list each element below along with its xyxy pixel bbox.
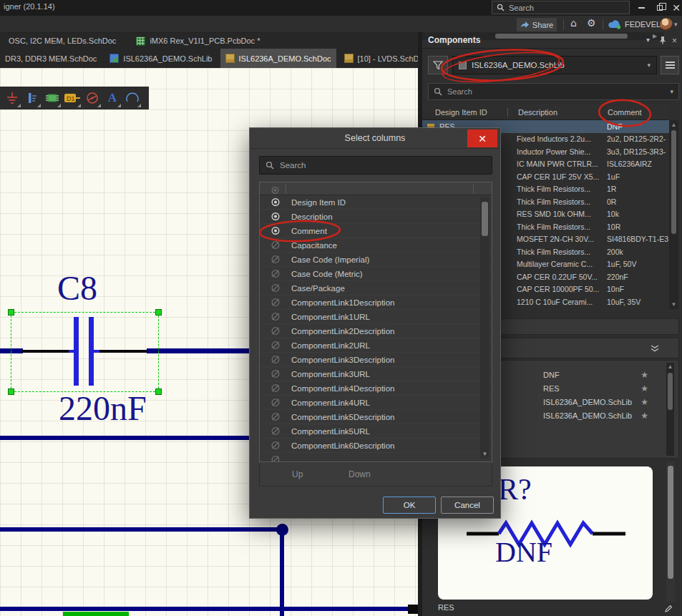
column-header-description[interactable]: Description: [508, 108, 603, 117]
global-search-box[interactable]: [492, 1, 630, 14]
eye-hidden-icon[interactable]: [260, 369, 291, 378]
wire[interactable]: [0, 527, 282, 532]
filter-button[interactable]: [428, 56, 448, 74]
scroll-up-icon[interactable]: ▲: [666, 363, 674, 370]
chevron-down-icon[interactable]: ▾: [670, 88, 673, 95]
column-item-componentlink1description[interactable]: ComponentLink1Description: [260, 295, 492, 310]
scrollbar-thumb[interactable]: [495, 34, 628, 39]
selection-handle[interactable]: [8, 388, 14, 395]
tab-dr3-ddr3-mem-schdoc[interactable]: DR3, DDR3 MEM.SchDoc: [0, 49, 102, 68]
scroll-down-icon[interactable]: ▼: [480, 451, 489, 457]
eye-hidden-icon[interactable]: [260, 341, 291, 350]
column-item-componentlink5url[interactable]: ComponentLink5URL: [260, 424, 492, 439]
panel-scrollbar[interactable]: [666, 461, 675, 602]
selection-handle[interactable]: [155, 309, 162, 316]
library-dropdown[interactable]: ISL6236A_DEMO.SchLib ▾: [452, 56, 657, 74]
scrollbar-thumb[interactable]: [671, 130, 676, 234]
scrollbar-thumb[interactable]: [482, 202, 488, 236]
scroll-right-icon[interactable]: ▶: [653, 33, 657, 39]
models-scrollbar[interactable]: ▲: [666, 363, 674, 456]
column-item-componentlink3url[interactable]: ComponentLink3URL: [260, 367, 492, 381]
eye-hidden-icon[interactable]: [260, 426, 291, 436]
tab-osc-i2c-mem-leds-schdoc[interactable]: OSC, I2C MEM, LEDs.SchDoc: [4, 33, 121, 49]
component-list-scrollbar[interactable]: ▲ ▼: [669, 120, 678, 309]
panel-dropdown-icon[interactable]: ▾: [646, 36, 650, 44]
star-icon[interactable]: ★: [640, 382, 648, 396]
eye-visible-icon[interactable]: [260, 197, 291, 207]
eye-hidden-icon[interactable]: [260, 298, 291, 307]
minimize-button[interactable]: [633, 0, 650, 15]
move-down-button[interactable]: Down: [349, 469, 371, 479]
part-icon[interactable]: [42, 87, 62, 109]
column-item-case-package[interactable]: Case/Package: [260, 281, 492, 295]
eye-hidden-icon[interactable]: [260, 326, 291, 336]
eye-hidden-icon[interactable]: [260, 255, 291, 264]
move-up-button[interactable]: Up: [292, 469, 303, 479]
column-item-componentlink4url[interactable]: ComponentLink4URL: [260, 396, 492, 410]
cloud-sync-icon[interactable]: [608, 19, 622, 32]
column-header-comment[interactable]: Comment: [603, 108, 669, 117]
text-string-icon[interactable]: A: [102, 87, 122, 109]
eye-hidden-icon[interactable]: [260, 269, 291, 278]
star-icon[interactable]: ★: [640, 368, 648, 382]
eye-hidden-icon[interactable]: [260, 398, 291, 407]
components-search-box[interactable]: ▾: [428, 83, 679, 100]
components-search-input[interactable]: [447, 87, 665, 96]
restore-button[interactable]: [651, 0, 668, 15]
panel-menu-button[interactable]: [661, 56, 679, 74]
scroll-down-icon[interactable]: ▼: [669, 301, 678, 308]
tab-isl6236a-demo-schdoc[interactable]: ISL6236A_DEMO.SchDoc: [220, 49, 336, 68]
eye-hidden-icon[interactable]: [260, 412, 291, 421]
dialog-list-scrollbar[interactable]: ▼: [480, 197, 489, 459]
column-header-design-item-id[interactable]: Design Item ID: [422, 108, 508, 117]
scroll-up-icon[interactable]: ▲: [669, 122, 678, 128]
home-icon[interactable]: ⌂: [570, 17, 577, 29]
eye-hidden-icon[interactable]: [260, 283, 291, 293]
panel-close-icon[interactable]: ×: [672, 36, 677, 46]
caret-down-icon[interactable]: ▾: [674, 21, 678, 28]
close-window-button[interactable]: ✕: [668, 0, 682, 15]
ok-button[interactable]: OK: [383, 497, 436, 514]
column-item-comment[interactable]: Comment: [260, 224, 492, 238]
dialog-search-box[interactable]: [259, 156, 492, 175]
dialog-close-button[interactable]: ✕: [467, 129, 497, 147]
gnd-power-port-icon[interactable]: [2, 87, 22, 109]
eye-hidden-icon[interactable]: [260, 355, 291, 364]
scrollbar-thumb[interactable]: [668, 466, 673, 579]
column-item-componentlink4description[interactable]: ComponentLink4Description: [260, 381, 492, 396]
column-item-case-code-metric-[interactable]: Case Code (Metric): [260, 267, 492, 281]
star-icon[interactable]: ★: [640, 396, 648, 409]
component-value-label[interactable]: 220nF: [59, 388, 147, 428]
column-item-componentlink3description[interactable]: ComponentLink3Description: [260, 353, 492, 367]
pin-icon[interactable]: [659, 36, 666, 46]
selection-handle[interactable]: [155, 388, 162, 395]
column-item-capacitance[interactable]: Capacitance: [260, 238, 492, 253]
wire[interactable]: [0, 607, 418, 611]
eye-hidden-icon[interactable]: [260, 312, 291, 321]
column-item-description[interactable]: Description: [260, 210, 492, 224]
designator-icon[interactable]: D1: [62, 87, 82, 109]
column-item-case-code-imperial-[interactable]: Case Code (Imperial): [260, 253, 492, 267]
account-label[interactable]: FEDEVEL: [625, 20, 661, 29]
share-button[interactable]: Share: [517, 18, 557, 31]
component-designator-label[interactable]: C8: [57, 268, 97, 308]
column-item-componentlink2url[interactable]: ComponentLink2URL: [260, 338, 492, 353]
eye-hidden-icon[interactable]: [260, 383, 291, 393]
column-item-componentlink1url[interactable]: ComponentLink1URL: [260, 310, 492, 324]
cancel-button[interactable]: Cancel: [441, 497, 494, 514]
power-port-icon[interactable]: [22, 87, 42, 109]
tab-imx6-rex-v1i1-pcb-pcbdoc-[interactable]: iMX6 Rex_V1I1_PCB.PcbDoc *: [131, 33, 265, 49]
global-search-input[interactable]: [509, 4, 625, 12]
column-item-design-item-id[interactable]: Design Item ID: [260, 195, 492, 210]
selected-wire-segment[interactable]: [63, 612, 129, 616]
column-item-componentlink6description[interactable]: ComponentLink6Description: [260, 439, 492, 453]
no-erc-icon[interactable]: [82, 87, 102, 109]
arc-icon[interactable]: [122, 87, 142, 109]
star-icon[interactable]: ★: [640, 409, 648, 423]
tab-isl6236a-demo-schlib[interactable]: ISL6236A_DEMO.SchLib: [104, 49, 217, 68]
eye-visible-icon[interactable]: [260, 226, 291, 235]
gear-icon[interactable]: ⚙: [587, 17, 596, 29]
eye-hidden-icon[interactable]: [260, 441, 291, 450]
eye-visible-icon[interactable]: [260, 212, 291, 221]
eye-hidden-icon[interactable]: [260, 240, 291, 250]
